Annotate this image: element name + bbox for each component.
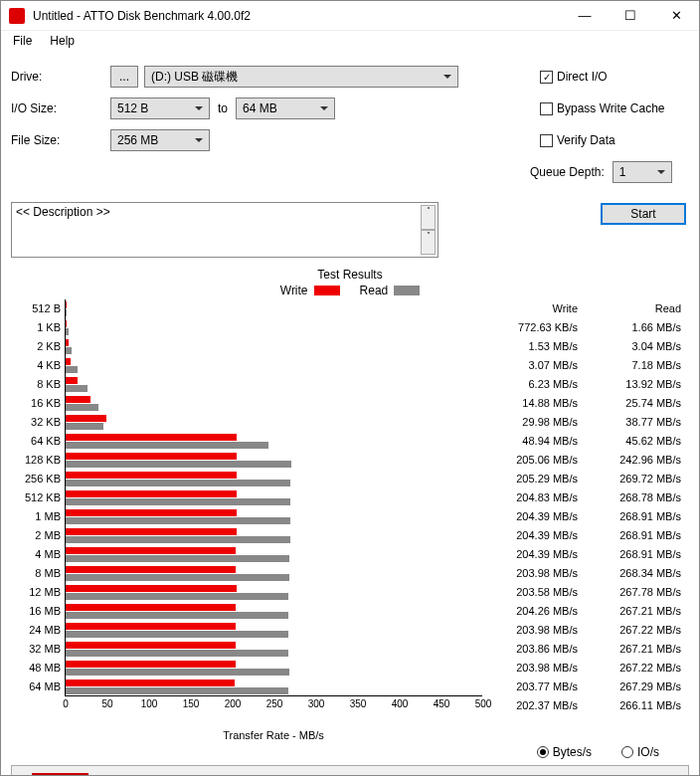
direct-io-checkbox[interactable]: ✓Direct I/O (540, 66, 689, 88)
results-panel: Test Results Write Read 512 B1 KB2 KB4 K… (11, 268, 689, 759)
title-bar: Untitled - ATTO Disk Benchmark 4.00.0f2 … (1, 1, 699, 31)
filesize-label: File Size: (11, 133, 110, 147)
drive-label: Drive: (11, 70, 110, 84)
bytes-radio[interactable]: Bytes/s (537, 745, 592, 759)
read-column: Read1.66 MB/s3.04 MB/s7.18 MB/s13.92 MB/… (586, 299, 689, 715)
write-column: Write772.63 KB/s1.53 MB/s3.07 MB/s6.23 M… (482, 299, 586, 715)
verify-checkbox[interactable]: Verify Data (540, 129, 689, 151)
maximize-button[interactable]: ☐ (608, 1, 653, 31)
read-swatch (394, 286, 420, 295)
radio-icon (537, 746, 549, 758)
chart-y-labels: 512 B1 KB2 KB4 KB8 KB16 KB32 KB64 KB128 … (11, 299, 65, 715)
window-title: Untitled - ATTO Disk Benchmark 4.00.0f2 (33, 9, 562, 23)
menu-file[interactable]: File (7, 33, 38, 49)
checkbox-icon (540, 102, 553, 115)
radio-icon (621, 746, 633, 758)
footer-banner[interactable]: ATTO Storage and Network Connectivity Ex… (11, 765, 689, 776)
results-title: Test Results (11, 268, 689, 282)
queue-depth-label: Queue Depth: (530, 165, 605, 179)
write-swatch (314, 286, 340, 295)
chart-legend: Write Read (11, 284, 689, 297)
controls-panel: Drive: ... (D:) USB 磁碟機 ✓Direct I/O I/O … (1, 51, 699, 192)
x-axis-label: Transfer Rate - MB/s (65, 729, 482, 741)
io-from-select[interactable]: 512 B (110, 97, 210, 119)
menu-help[interactable]: Help (44, 33, 81, 49)
checkbox-icon (540, 134, 553, 147)
close-button[interactable]: ✕ (653, 1, 699, 31)
iosize-label: I/O Size: (11, 101, 110, 115)
drive-browse-button[interactable]: ... (110, 66, 138, 88)
start-button[interactable]: Start (601, 203, 686, 225)
io-radio[interactable]: IO/s (621, 745, 659, 759)
drive-select[interactable]: (D:) USB 磁碟機 (144, 66, 458, 88)
io-to-select[interactable]: 64 MB (236, 97, 335, 119)
bypass-checkbox[interactable]: Bypass Write Cache (540, 97, 689, 119)
spin-down-icon[interactable]: ˅ (421, 230, 436, 255)
chart-plot: 050100150200250300350400450500 (65, 299, 482, 696)
filesize-select[interactable]: 256 MB (110, 129, 210, 151)
to-label: to (218, 101, 228, 115)
app-icon (9, 8, 25, 24)
menu-bar: File Help (1, 31, 699, 51)
description-input[interactable]: << Description >> ˄˅ (11, 202, 438, 258)
checkbox-icon: ✓ (540, 71, 553, 84)
footer-text: Storage and Network Connectivity Experts… (108, 771, 688, 776)
queue-depth-select[interactable]: 1 (612, 161, 672, 183)
minimize-button[interactable]: — (562, 1, 608, 31)
spin-up-icon[interactable]: ˄ (421, 205, 436, 230)
